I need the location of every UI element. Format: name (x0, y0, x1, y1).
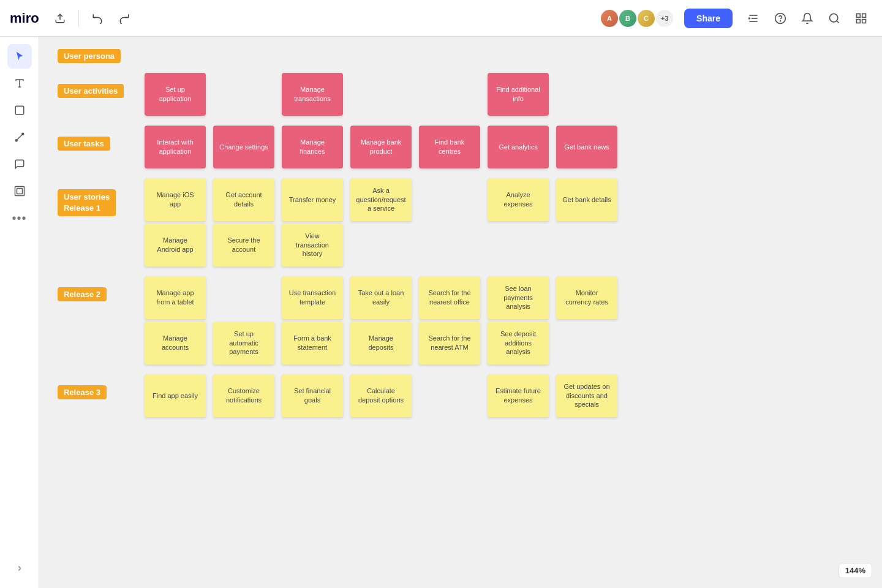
sticky-manage-tablet[interactable]: Manage app from a tablet (145, 276, 206, 319)
sticky-see-loan-payments[interactable]: See loan payments analysis (488, 276, 549, 319)
sticky-form-bank-statement[interactable]: Form a bank statement (282, 322, 343, 364)
release2-label-cell: Release 2 (58, 276, 137, 301)
svg-point-7 (830, 13, 838, 21)
sticky-estimate-future-expenses[interactable]: Estimate future expenses (488, 374, 549, 417)
sticky-manage-ios[interactable]: Manage iOS app (145, 178, 206, 221)
upload-button[interactable] (49, 7, 71, 29)
share-button[interactable]: Share (684, 9, 733, 28)
sticky-monitor-currency[interactable]: Monitor currency rates (556, 276, 617, 319)
sticky-customize-notifications[interactable]: Customize notifications (213, 374, 274, 417)
sticky-find-app-easily[interactable]: Find app easily (145, 374, 206, 417)
sticky-set-up-automatic-payments[interactable]: Set up automatic payments (213, 322, 274, 364)
user-stories-r1-row1: User stories Release 1 Manage iOS app Ge… (58, 178, 762, 221)
user-persona-label: User persona (58, 49, 121, 63)
comment-tool[interactable] (7, 152, 32, 176)
sticky-get-bank-news[interactable]: Get bank news (556, 126, 617, 168)
sticky-transfer-money[interactable]: Transfer money (282, 178, 343, 221)
user-tasks-row: User tasks Interact with application Cha… (58, 126, 762, 168)
label-spacer-r2r2 (58, 322, 137, 364)
sticky-find-additional-info[interactable]: Find additional info (488, 73, 549, 116)
menu-icon-btn[interactable] (850, 7, 872, 29)
sticky-manage-deposits[interactable]: Manage deposits (350, 322, 412, 364)
redo-button[interactable] (113, 7, 135, 29)
svg-rect-10 (862, 13, 866, 17)
release3-row1: Release 3 Find app easily Customize noti… (58, 374, 762, 417)
search-icon-btn[interactable] (823, 7, 845, 29)
sticky-use-transaction-template[interactable]: Use transaction template (282, 276, 343, 319)
sticky-find-bank-centres[interactable]: Find bank centres (419, 126, 480, 168)
sticky-get-analytics[interactable]: Get analytics (488, 126, 549, 168)
svg-point-4 (749, 18, 750, 19)
label-spacer-r1r2 (58, 224, 137, 266)
sticky-get-bank-details[interactable]: Get bank details (556, 178, 617, 221)
sticky-get-updates-discounts[interactable]: Get updates on discounts and specials (556, 374, 617, 417)
sticky-view-transaction-history[interactable]: View transaction history (282, 224, 343, 266)
release3-label-cell: Release 3 (58, 374, 137, 399)
user-activities-row: User activities Set up application Manag… (58, 73, 762, 116)
note-tool[interactable] (7, 98, 32, 123)
sticky-change-settings[interactable]: Change settings (213, 126, 274, 168)
avatar-count: +3 (655, 9, 674, 28)
sticky-search-nearest-office[interactable]: Search for the nearest office (419, 276, 480, 319)
sticky-see-deposit-additions[interactable]: See deposit additions analysis (488, 322, 549, 364)
sticky-ask-question[interactable]: Ask a question/request a service (350, 178, 412, 221)
sticky-interact[interactable]: Interact with application (145, 126, 206, 168)
release2-row1: Release 2 Manage app from a tablet Use t… (58, 276, 762, 319)
svg-rect-15 (15, 106, 24, 115)
sticky-manage-accounts[interactable]: Manage accounts (145, 322, 206, 364)
miro-logo: miro (10, 10, 39, 26)
settings-icon-btn[interactable] (742, 7, 764, 29)
sticky-manage-finances[interactable]: Manage finances (282, 126, 343, 168)
canvas: User persona User activities Set up appl… (39, 37, 882, 588)
more-tools[interactable]: ••• (7, 206, 32, 230)
user-stories-r1-label: User stories Release 1 (58, 189, 116, 216)
expand-sidebar[interactable] (7, 556, 32, 581)
user-activities-label: User activities (58, 84, 124, 98)
user-persona-row: User persona (58, 49, 762, 63)
svg-rect-12 (862, 19, 866, 23)
separator (78, 10, 79, 27)
sticky-manage-android[interactable]: Manage Android app (145, 224, 206, 266)
line-tool[interactable] (7, 125, 32, 149)
svg-point-18 (21, 133, 23, 135)
cursor-tool[interactable] (7, 44, 32, 69)
sticky-set-up-application[interactable]: Set up application (145, 73, 206, 116)
release2-label: Release 2 (58, 287, 107, 301)
user-activities-label-cell: User activities (58, 73, 137, 98)
canvas-inner: User persona User activities Set up appl… (39, 37, 774, 588)
topbar: miro A B C +3 Share (0, 0, 882, 37)
sticky-analyze-expenses[interactable]: Analyze expenses (488, 178, 549, 221)
avatar-group: A B C +3 (600, 9, 674, 28)
avatar-2: B (618, 9, 638, 28)
sticky-set-financial-goals[interactable]: Set financial goals (282, 374, 343, 417)
sticky-get-account-details[interactable]: Get account details (213, 178, 274, 221)
zoom-indicator: 144% (839, 563, 872, 578)
sticky-search-nearest-atm[interactable]: Search for the nearest ATM (419, 322, 480, 364)
release3-label: Release 3 (58, 385, 107, 399)
help-icon-btn[interactable] (769, 7, 791, 29)
text-tool[interactable] (7, 71, 32, 96)
avatar-3: C (636, 9, 656, 28)
svg-rect-11 (857, 19, 861, 23)
release2-row2: Manage accounts Set up automatic payment… (58, 322, 762, 364)
sticky-secure-account[interactable]: Secure the account (213, 224, 274, 266)
user-stories-label-cell: User stories Release 1 (58, 178, 137, 216)
user-tasks-label-cell: User tasks (58, 126, 137, 151)
sticky-manage-transactions[interactable]: Manage transactions (282, 73, 343, 116)
user-tasks-label: User tasks (58, 137, 110, 151)
svg-point-17 (15, 140, 17, 141)
sticky-calculate-deposit-options[interactable]: Calculate deposit options (350, 374, 412, 417)
sticky-take-out-loan[interactable]: Take out a loan easily (350, 276, 412, 319)
sticky-manage-bank-product[interactable]: Manage bank product (350, 126, 412, 168)
svg-rect-9 (857, 13, 861, 17)
avatar-1: A (600, 9, 619, 28)
notification-icon-btn[interactable] (796, 7, 818, 29)
sidebar: ••• (0, 37, 39, 588)
svg-rect-20 (17, 189, 22, 194)
svg-line-8 (837, 20, 839, 23)
frame-tool[interactable] (7, 179, 32, 203)
zoom-value: 144% (845, 566, 865, 575)
user-stories-r1-row2: Manage Android app Secure the account Vi… (58, 224, 762, 266)
undo-button[interactable] (86, 7, 108, 29)
